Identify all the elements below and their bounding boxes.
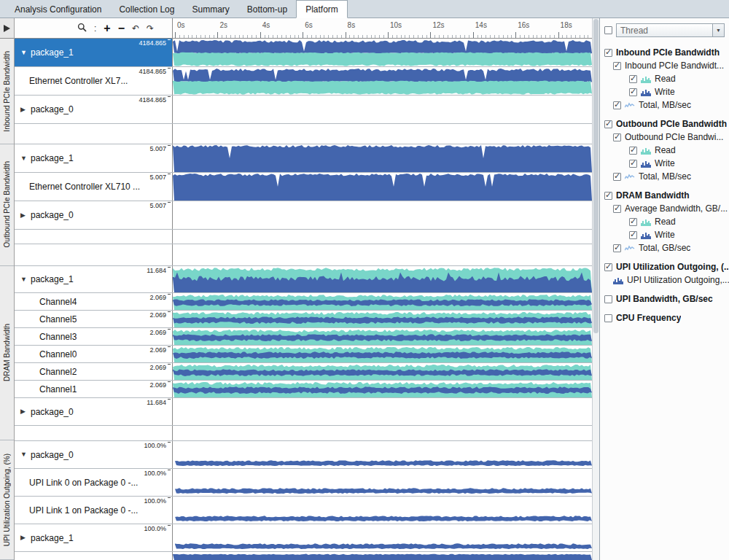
row-chart[interactable] xyxy=(173,497,592,524)
tab-summary[interactable]: Summary xyxy=(183,1,238,18)
row-chart[interactable] xyxy=(173,441,592,468)
zoom-magnifier-icon[interactable] xyxy=(77,23,87,34)
expand-arrow-icon[interactable]: ▶ xyxy=(20,212,31,219)
row-label-cell[interactable]: ▼package_0100.0% xyxy=(15,441,173,468)
row-chart[interactable] xyxy=(173,346,592,362)
row-chart[interactable] xyxy=(173,67,592,95)
row-chart[interactable] xyxy=(173,381,592,397)
row-label-cell[interactable] xyxy=(15,244,173,265)
legend-checkbox[interactable] xyxy=(629,218,637,226)
expand-arrow-icon[interactable]: ▼ xyxy=(20,155,31,162)
legend-checkbox[interactable] xyxy=(604,49,612,57)
row-label-cell[interactable] xyxy=(15,426,173,440)
row-label-cell[interactable]: Ethernet Controller XL7...4184.865 xyxy=(15,67,173,95)
row-label-cell[interactable]: ▶package_011.684 xyxy=(15,398,173,425)
row-chart[interactable] xyxy=(173,39,592,66)
expand-arrow-icon[interactable]: ▼ xyxy=(20,451,31,458)
row-label-cell[interactable]: ▶package_04184.865 xyxy=(15,96,173,123)
row-chart[interactable] xyxy=(173,552,592,560)
row-chart[interactable] xyxy=(173,96,592,123)
row-chart[interactable] xyxy=(173,524,592,551)
tab-platform[interactable]: Platform xyxy=(296,0,348,18)
scrollbar-thumb[interactable] xyxy=(593,19,599,333)
row-chart[interactable] xyxy=(173,173,592,201)
tab-bottom-up[interactable]: Bottom-up xyxy=(238,1,296,18)
expand-arrow-icon[interactable]: ▶ xyxy=(20,534,31,541)
row-label-cell[interactable]: Channel52.069 xyxy=(15,311,173,327)
time-ruler[interactable]: 0s2s4s6s8s10s12s14s16s18s xyxy=(173,18,592,38)
legend-item-upi-utilization-outgoing[interactable]: UPI Utilization Outgoing, (... xyxy=(604,260,729,273)
legend-item-total-gb-sec[interactable]: Total, GB/sec xyxy=(613,241,729,254)
legend-item-upi-utilization-outgoing[interactable]: UPI Utilization Outgoing,... xyxy=(613,273,729,287)
row-chart[interactable] xyxy=(173,293,592,310)
legend-checkbox[interactable] xyxy=(613,205,621,213)
legend-checkbox[interactable] xyxy=(613,244,621,252)
legend-checkbox[interactable] xyxy=(613,101,621,109)
row-label-cell[interactable] xyxy=(15,552,173,560)
zoom-redo-icon[interactable]: ↷ xyxy=(147,24,154,33)
row-label-cell[interactable]: UPI Link 1 on Package 0 -...100.0% xyxy=(15,497,173,524)
row-label-cell[interactable]: Channel12.069 xyxy=(15,381,173,397)
panel-collapse-icon[interactable] xyxy=(4,25,10,32)
legend-item-outbound-pcie-bandwidth[interactable]: Outbound PCIe Bandwidth xyxy=(604,117,729,131)
legend-checkbox[interactable] xyxy=(629,75,637,83)
legend-item-inbound-pcie-bandwidt[interactable]: Inbound PCIe Bandwidt... xyxy=(613,59,729,72)
row-label-cell[interactable]: ▼package_111.684 xyxy=(15,266,173,292)
legend-item-write[interactable]: Write xyxy=(629,157,729,170)
row-label-cell[interactable]: Channel32.069 xyxy=(15,328,173,345)
legend-checkbox[interactable] xyxy=(629,88,637,96)
legend-item-write[interactable]: Write xyxy=(629,85,729,98)
legend-checkbox[interactable] xyxy=(604,263,612,271)
legend-item-cpu-frequency[interactable]: CPU Frequency xyxy=(604,311,729,324)
expand-arrow-icon[interactable]: ▼ xyxy=(20,50,31,56)
row-chart[interactable] xyxy=(173,426,592,440)
row-label-cell[interactable] xyxy=(15,230,173,244)
legend-item-upi-bandwidth-gb-sec[interactable]: UPI Bandwidth, GB/sec xyxy=(604,292,729,306)
legend-item-read[interactable]: Read xyxy=(629,144,729,157)
row-label-cell[interactable]: Channel42.069 xyxy=(15,293,173,310)
legend-checkbox[interactable] xyxy=(604,192,612,200)
row-label-cell[interactable]: Channel02.069 xyxy=(15,346,173,362)
legend-item-read[interactable]: Read xyxy=(629,72,729,85)
legend-checkbox[interactable] xyxy=(604,295,612,303)
row-label-cell[interactable]: Channel22.069 xyxy=(15,363,173,380)
expand-arrow-icon[interactable]: ▼ xyxy=(20,276,31,283)
row-label-cell[interactable]: ▼package_14184.865 xyxy=(15,39,173,66)
tab-analysis-configuration[interactable]: Analysis Configuration xyxy=(6,1,110,18)
thread-filter-dropdown[interactable]: Thread ▼ xyxy=(616,23,725,37)
legend-item-inbound-pcie-bandwidth[interactable]: Inbound PCIe Bandwidth xyxy=(604,46,729,59)
legend-checkbox[interactable] xyxy=(613,133,621,141)
row-label-cell[interactable] xyxy=(15,124,173,144)
legend-item-read[interactable]: Read xyxy=(629,215,729,228)
legend-item-total-mb-sec[interactable]: Total, MB/sec xyxy=(613,98,729,112)
legend-item-dram-bandwidth[interactable]: DRAM Bandwidth xyxy=(604,189,729,202)
legend-item-total-mb-sec[interactable]: Total, MB/sec xyxy=(613,170,729,183)
thread-filter-checkbox[interactable] xyxy=(604,26,612,34)
row-chart[interactable] xyxy=(173,398,592,425)
legend-checkbox[interactable] xyxy=(604,314,612,322)
legend-checkbox[interactable] xyxy=(629,231,637,239)
row-label-cell[interactable]: Ethernet Controller XL710 ...5.007 xyxy=(15,173,173,201)
row-label-cell[interactable]: ▶package_1100.0% xyxy=(15,524,173,551)
expand-arrow-icon[interactable]: ▶ xyxy=(20,106,31,113)
legend-checkbox[interactable] xyxy=(629,160,637,168)
row-chart[interactable] xyxy=(173,311,592,327)
row-chart[interactable] xyxy=(173,201,592,229)
row-chart[interactable] xyxy=(173,230,592,244)
row-chart[interactable] xyxy=(173,363,592,380)
legend-item-outbound-pcie-bandwi[interactable]: Outbound PCIe Bandwi... xyxy=(613,131,729,144)
row-chart[interactable] xyxy=(173,244,592,265)
zoom-undo-icon[interactable]: ↶ xyxy=(132,24,139,33)
legend-checkbox[interactable] xyxy=(613,62,621,70)
zoom-in-icon[interactable]: + xyxy=(104,23,110,34)
legend-checkbox[interactable] xyxy=(629,147,637,155)
legend-item-write[interactable]: Write xyxy=(629,228,729,241)
legend-checkbox[interactable] xyxy=(613,173,621,181)
zoom-out-icon[interactable]: − xyxy=(118,23,125,34)
row-label-cell[interactable]: UPI Link 0 on Package 0 -...100.0% xyxy=(15,469,173,496)
legend-item-average-bandwidth-gb[interactable]: Average Bandwidth, GB/... xyxy=(613,202,729,215)
row-chart[interactable] xyxy=(173,328,592,345)
legend-checkbox[interactable] xyxy=(604,120,612,128)
row-label-cell[interactable]: ▶package_05.007 xyxy=(15,201,173,229)
expand-arrow-icon[interactable]: ▶ xyxy=(20,408,31,415)
